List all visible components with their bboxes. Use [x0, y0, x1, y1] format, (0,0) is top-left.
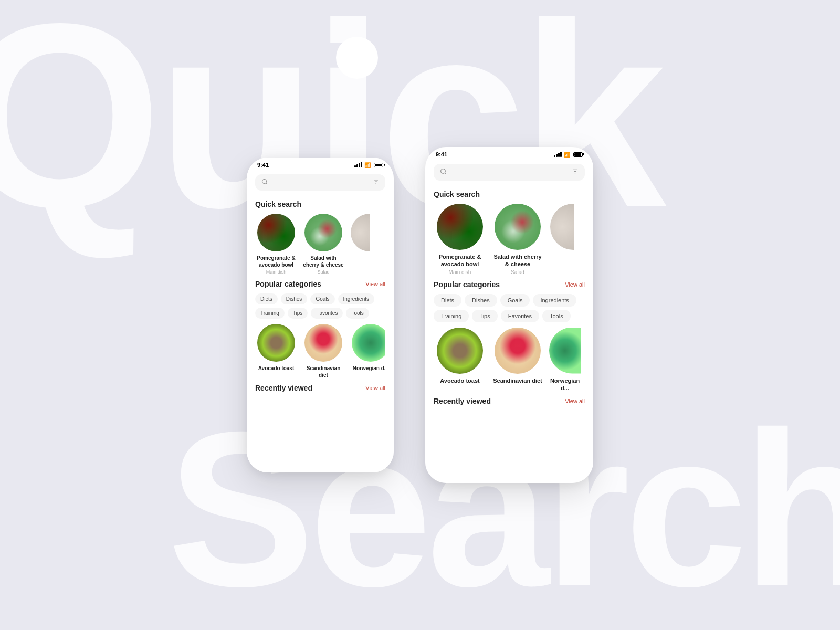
svg-point-5	[441, 169, 446, 174]
food-category-salad-1: Salad	[317, 269, 329, 275]
view-all-recent-2[interactable]: View all	[565, 398, 585, 404]
phones-container: 9:41 📶	[247, 147, 593, 483]
category-goals-2[interactable]: Goals	[500, 294, 530, 307]
quick-search-row-2: Pomegranate & avocado bowl Main dish Sal…	[434, 204, 585, 275]
view-all-recent-1[interactable]: View all	[365, 385, 385, 391]
recently-viewed-header-1: Recently viewed View all	[255, 384, 385, 392]
category-training-1[interactable]: Training	[255, 308, 285, 319]
food-img-pomegranate-1	[257, 214, 295, 251]
popular-categories-header-2: Popular categories View all	[434, 280, 585, 289]
category-tools-1[interactable]: Tools	[346, 308, 369, 319]
food-grid-2: Avocado toast Scandinavian diet Norwegia…	[434, 328, 585, 392]
food-name-salad-2: Salad with cherry & cheese	[491, 253, 544, 268]
food-name-norwegian-1: Norwegian d...	[353, 365, 385, 372]
search-bar-2[interactable]	[434, 164, 585, 181]
category-diets-1[interactable]: Diets	[255, 293, 278, 304]
food-avocado-2[interactable]: Avocado toast	[434, 328, 486, 392]
status-time-1: 9:41	[257, 162, 269, 168]
categories-grid-2: Diets Dishes Goals Ingredients Training …	[434, 294, 585, 322]
food-norwegian-2[interactable]: Norwegian d...	[549, 328, 581, 392]
food-card-pomegranate-2[interactable]: Pomegranate & avocado bowl Main dish	[434, 204, 486, 275]
category-tips-1[interactable]: Tips	[288, 308, 308, 319]
food-img-scandinavian-1	[304, 324, 342, 362]
wifi-icon-1: 📶	[364, 162, 371, 168]
category-training-2[interactable]: Training	[434, 310, 469, 322]
category-diets-2[interactable]: Diets	[434, 294, 461, 307]
food-img-partial-1	[351, 214, 370, 251]
filter-icon-1[interactable]	[373, 178, 379, 186]
quick-search-header-1: Quick search	[255, 200, 385, 208]
status-icons-2: 📶	[554, 152, 583, 158]
filter-icon-2[interactable]	[572, 168, 579, 176]
phone-1: 9:41 📶	[247, 158, 394, 472]
food-name-norwegian-2: Norwegian d...	[549, 377, 581, 392]
status-bar-1: 9:41 📶	[247, 158, 394, 170]
food-norwegian-1[interactable]: Norwegian d...	[350, 324, 385, 379]
battery-1	[374, 163, 383, 167]
category-dishes-2[interactable]: Dishes	[465, 294, 497, 307]
food-img-salad-2	[495, 204, 541, 250]
view-all-categories-1[interactable]: View all	[365, 281, 385, 287]
food-name-avocado-1: Avocado toast	[258, 365, 295, 372]
category-dishes-1[interactable]: Dishes	[281, 293, 308, 304]
food-card-salad-1[interactable]: Salad with cherry & cheese Salad	[302, 214, 344, 275]
food-scandinavian-1[interactable]: Scandinavian diet	[302, 324, 344, 379]
search-bar-1[interactable]	[255, 174, 385, 191]
food-name-pomegranate-1: Pomegranate & avocado bowl	[255, 255, 297, 268]
food-img-norwegian-2	[549, 328, 581, 374]
popular-categories-header-1: Popular categories View all	[255, 280, 385, 288]
category-favorites-1[interactable]: Favorites	[311, 308, 343, 319]
food-img-salad-1	[304, 214, 342, 251]
category-tips-2[interactable]: Tips	[472, 310, 497, 322]
quick-search-title-1: Quick search	[255, 200, 301, 208]
svg-point-0	[262, 180, 267, 184]
scroll-content-1: Quick search Pomegranate & avocado bowl …	[247, 195, 394, 472]
food-card-partial-2[interactable]	[549, 204, 575, 275]
scroll-content-2: Quick search Pomegranate & avocado bowl …	[425, 185, 593, 483]
food-category-pomegranate-2: Main dish	[449, 269, 471, 275]
food-scandinavian-2[interactable]: Scandinavian diet	[491, 328, 544, 392]
categories-grid-1: Diets Dishes Goals Ingredients Training …	[255, 293, 385, 319]
svg-line-1	[266, 183, 267, 184]
category-goals-1[interactable]: Goals	[310, 293, 334, 304]
popular-categories-title-2: Popular categories	[434, 280, 500, 289]
food-name-scandinavian-1: Scandinavian diet	[302, 365, 344, 379]
signal-bar-2-4	[560, 152, 562, 157]
phone-content-2: Quick search Pomegranate & avocado bowl …	[425, 160, 593, 483]
food-card-pomegranate-1[interactable]: Pomegranate & avocado bowl Main dish	[255, 214, 297, 275]
battery-2	[573, 152, 583, 157]
food-img-avocado-2	[437, 328, 483, 374]
food-name-avocado-2: Avocado toast	[440, 377, 479, 384]
food-name-salad-1: Salad with cherry & cheese	[302, 255, 344, 268]
phone-content-1: Quick search Pomegranate & avocado bowl …	[247, 170, 394, 472]
category-ingredients-1[interactable]: Ingredients	[338, 293, 374, 304]
svg-line-6	[445, 173, 446, 174]
battery-fill-1	[375, 164, 382, 166]
quick-search-header-2: Quick search	[434, 190, 585, 198]
category-ingredients-2[interactable]: Ingredients	[533, 294, 576, 307]
search-icon-2	[440, 168, 447, 176]
category-tools-2[interactable]: Tools	[542, 310, 571, 322]
bg-dot	[336, 37, 378, 79]
category-favorites-2[interactable]: Favorites	[501, 310, 539, 322]
status-time-2: 9:41	[436, 151, 447, 158]
food-img-scandinavian-2	[495, 328, 541, 374]
food-name-scandinavian-2: Scandinavian diet	[493, 377, 542, 384]
signal-bars-1	[354, 162, 362, 167]
phone-2: 9:41 📶	[425, 147, 593, 483]
signal-bar-3	[359, 163, 360, 167]
quick-search-row-1: Pomegranate & avocado bowl Main dish Sal…	[255, 214, 385, 275]
view-all-categories-2[interactable]: View all	[565, 281, 585, 288]
food-avocado-1[interactable]: Avocado toast	[255, 324, 297, 379]
signal-bar-2-1	[554, 155, 555, 157]
food-card-salad-2[interactable]: Salad with cherry & cheese Salad	[491, 204, 544, 275]
food-name-pomegranate-2: Pomegranate & avocado bowl	[434, 253, 486, 268]
signal-bar-2	[356, 164, 358, 167]
quick-search-title-2: Quick search	[434, 190, 480, 198]
status-bar-2: 9:41 📶	[425, 147, 593, 160]
food-category-pomegranate-1: Main dish	[266, 269, 287, 275]
signal-bar-2-3	[558, 153, 560, 157]
food-img-avocado-1	[257, 324, 295, 362]
food-card-partial-1[interactable]	[350, 214, 371, 275]
signal-bar-2-2	[556, 154, 558, 157]
